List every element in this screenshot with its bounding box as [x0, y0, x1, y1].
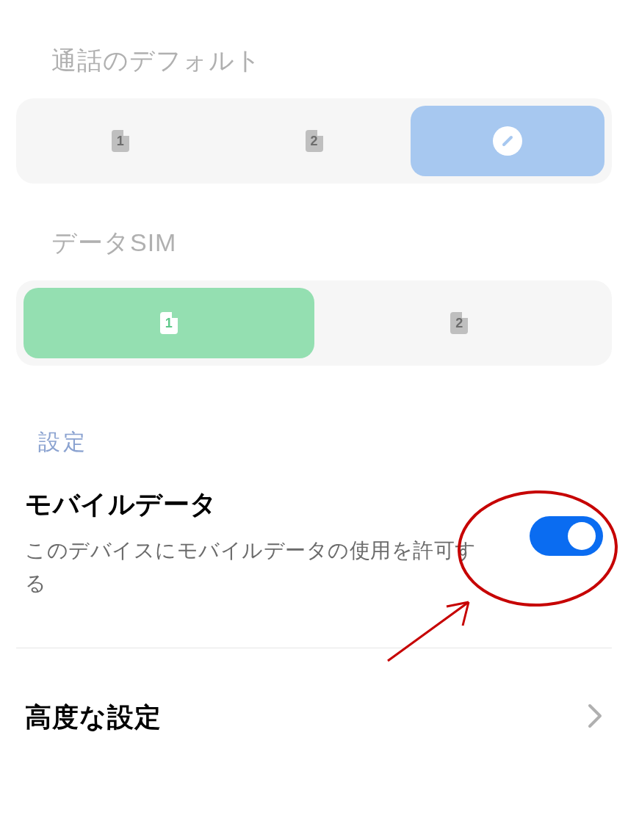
call-default-selector: 1 2 [16, 98, 612, 184]
advanced-settings-row[interactable]: 高度な設定 [16, 700, 612, 736]
sim-card-icon: 1 [112, 130, 129, 152]
mobile-data-row: モバイルデータ このデバイスにモバイルデータの使用を許可する [16, 487, 612, 601]
mobile-data-title: モバイルデータ [25, 487, 530, 523]
chevron-right-icon [587, 703, 603, 732]
call-default-option-1[interactable]: 1 [24, 106, 217, 176]
sim-card-icon: 1 [160, 312, 178, 334]
call-default-option-2[interactable]: 2 [217, 106, 411, 176]
data-sim-option-2[interactable]: 2 [314, 288, 605, 358]
sim-number: 2 [455, 316, 463, 331]
section-title-call-default: 通話のデフォルト [16, 0, 612, 78]
divider [16, 648, 612, 648]
toggle-knob [568, 522, 596, 550]
advanced-settings-title: 高度な設定 [25, 700, 162, 736]
mobile-data-description: このデバイスにモバイルデータの使用を許可する [25, 535, 495, 601]
sim-number: 2 [310, 134, 317, 149]
data-sim-selector: 1 2 [16, 280, 612, 366]
call-default-option-edit[interactable] [411, 106, 604, 176]
mobile-data-toggle[interactable] [530, 516, 603, 556]
svg-line-0 [504, 137, 511, 145]
sim-number: 1 [117, 134, 124, 149]
section-title-settings: 設定 [16, 366, 612, 457]
section-title-data-sim: データSIM [16, 184, 612, 260]
sim-card-icon: 2 [306, 130, 323, 152]
edit-icon [493, 126, 522, 156]
sim-card-icon: 2 [450, 312, 468, 334]
sim-number: 1 [165, 316, 173, 331]
data-sim-option-1[interactable]: 1 [24, 288, 314, 358]
